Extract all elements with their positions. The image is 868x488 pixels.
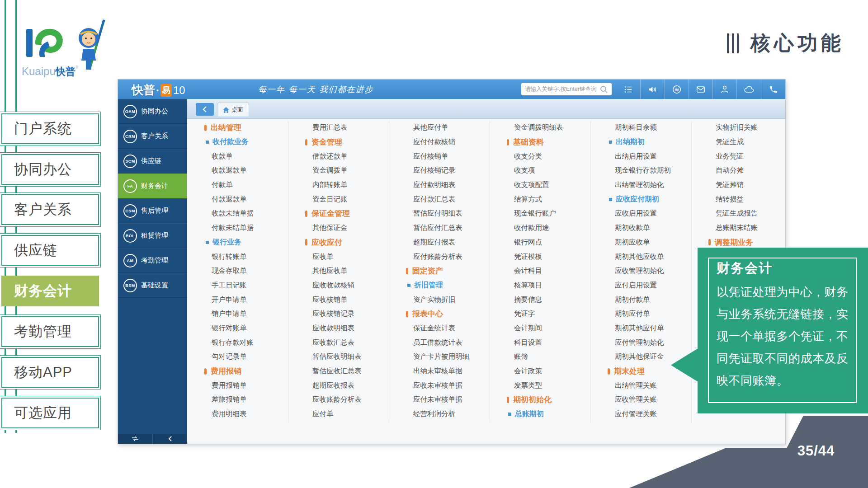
menu-item[interactable]: 其他应收单 xyxy=(292,264,393,278)
menu-item[interactable]: 应收款明细表 xyxy=(292,321,393,336)
menu-item[interactable]: 付款退款单 xyxy=(192,192,292,206)
menu-item[interactable]: 付款单 xyxy=(192,178,292,192)
menu-group-header[interactable]: 费用报销 xyxy=(192,364,292,379)
menu-item[interactable]: 摘要信息 xyxy=(494,292,595,307)
menu-item[interactable]: 凭证模板 xyxy=(494,249,595,264)
menu-item[interactable]: 收款单 xyxy=(192,149,292,164)
app-module-scm[interactable]: SCM供应链 xyxy=(118,149,187,174)
nav-item-4[interactable]: 供应链 xyxy=(1,235,99,266)
menu-item[interactable]: 应收款汇总表 xyxy=(292,335,393,350)
menu-item[interactable]: 应付款明细表 xyxy=(393,178,494,192)
menu-item[interactable]: 业务凭证 xyxy=(696,149,785,164)
menu-item[interactable]: 暂估应付汇总表 xyxy=(393,221,494,235)
menu-item[interactable]: 期初科目余额 xyxy=(595,121,696,135)
nav-item-7[interactable]: 移动APP xyxy=(1,357,99,388)
menu-item[interactable]: 实物折旧关账 xyxy=(696,121,785,135)
menu-item[interactable]: 银行转账单 xyxy=(192,249,292,264)
swap-icon[interactable] xyxy=(118,434,152,444)
menu-item[interactable]: 结转损益 xyxy=(696,192,785,206)
back-button[interactable] xyxy=(196,103,214,116)
menu-item[interactable]: 会计政策 xyxy=(494,364,595,379)
menu-item[interactable]: 收支分类 xyxy=(494,149,595,164)
menu-item[interactable]: 费用汇总表 xyxy=(292,121,393,135)
menu-item[interactable]: 出纳未审核单据 xyxy=(393,364,494,379)
nav-item-5[interactable]: 财务会计 xyxy=(1,276,99,306)
menu-item[interactable]: 应收启用设置 xyxy=(595,206,696,221)
menu-item[interactable]: 银行存款对账 xyxy=(192,335,292,350)
search-input[interactable]: 请输入关键字,按Enter键查询 xyxy=(521,83,612,95)
menu-item[interactable]: 内部转账单 xyxy=(292,178,393,192)
menu-item[interactable]: 应付核销单 xyxy=(393,149,494,164)
menu-item[interactable]: 应付单 xyxy=(292,407,393,422)
menu-item[interactable]: 凭证字 xyxy=(494,307,595,321)
menu-group-header[interactable]: 报表中心 xyxy=(393,307,494,321)
menu-item[interactable]: 超期应付报表 xyxy=(393,235,494,250)
menu-item[interactable]: 开户申请单 xyxy=(192,292,292,307)
menu-item[interactable]: 收支项 xyxy=(494,164,595,178)
app-module-bsm[interactable]: BSM基础设置 xyxy=(118,273,187,298)
menu-item[interactable]: 勾对记录单 xyxy=(192,350,292,364)
menu-item[interactable]: 资金调拨单 xyxy=(292,164,393,178)
menu-item[interactable]: 收付款用途 xyxy=(494,221,595,235)
menu-item[interactable]: 总账期末结账 xyxy=(696,221,785,235)
menu-group-header[interactable]: 期初初始化 xyxy=(494,393,595,407)
menu-item[interactable]: 手工日记账 xyxy=(192,278,292,293)
menu-item[interactable]: 期初其他应付单 xyxy=(595,321,696,336)
tab-desktop[interactable]: 桌面 xyxy=(217,103,249,117)
speaker-icon[interactable] xyxy=(640,80,664,99)
cloud-icon[interactable] xyxy=(736,80,760,99)
menu-item[interactable]: 会计科目 xyxy=(494,264,595,278)
menu-item[interactable]: 应收收款核销 xyxy=(292,278,393,293)
menu-item[interactable]: 费用报销单 xyxy=(192,378,292,393)
phone-icon[interactable] xyxy=(761,80,785,99)
menu-subgroup-header[interactable]: 折旧管理 xyxy=(393,278,494,293)
app-module-bol[interactable]: BOL租赁管理 xyxy=(118,223,187,248)
menu-item[interactable]: 其他保证金 xyxy=(292,221,393,235)
menu-item[interactable]: 员工借款统计表 xyxy=(393,335,494,350)
menu-item[interactable]: 资金调拨明细表 xyxy=(494,121,595,135)
user-icon[interactable] xyxy=(712,80,736,99)
menu-group-header[interactable]: 基础资料 xyxy=(494,135,595,150)
menu-item[interactable]: 差旅报销单 xyxy=(192,393,292,407)
menu-item[interactable]: 应付未审核单据 xyxy=(393,393,494,407)
menu-item[interactable]: 现金银行存款期初 xyxy=(595,164,696,178)
menu-item[interactable]: 结算方式 xyxy=(494,192,595,206)
menu-item[interactable]: 会计期间 xyxy=(494,321,595,336)
menu-item[interactable]: 凭证生成报告 xyxy=(696,206,785,221)
collapse-icon[interactable] xyxy=(152,434,187,444)
menu-item[interactable]: 销户申请单 xyxy=(192,307,292,321)
app-module-csm[interactable]: CSM售后管理 xyxy=(118,198,187,223)
menu-item[interactable]: 费用明细表 xyxy=(192,407,292,422)
menu-item[interactable]: 期初应收单 xyxy=(595,235,696,250)
menu-item[interactable]: 暂估应付明细表 xyxy=(393,206,494,221)
menu-item[interactable]: 科目设置 xyxy=(494,335,595,350)
nav-item-1[interactable]: 门户系统 xyxy=(1,113,99,144)
menu-item[interactable]: 期初应付单 xyxy=(595,307,696,321)
menu-item[interactable]: 银行对账单 xyxy=(192,321,292,336)
menu-item[interactable]: 应收管理关账 xyxy=(595,393,696,407)
list-icon[interactable] xyxy=(617,80,640,99)
menu-item[interactable]: 超期应收报表 xyxy=(292,378,393,393)
menu-item[interactable]: 出纳管理初始化 xyxy=(595,178,696,192)
menu-subgroup-header[interactable]: 总账期初 xyxy=(494,407,595,422)
menu-item[interactable]: 应收单 xyxy=(292,249,393,264)
menu-subgroup-header[interactable]: 出纳期初 xyxy=(595,135,696,150)
menu-subgroup-header[interactable]: 银行业务 xyxy=(192,235,292,250)
menu-item[interactable]: 核算项目 xyxy=(494,278,595,293)
search-icon[interactable] xyxy=(600,85,608,94)
menu-item[interactable]: 应付管理初始化 xyxy=(595,335,696,350)
menu-item[interactable]: 收款退款单 xyxy=(192,164,292,178)
menu-item[interactable]: 出纳启用设置 xyxy=(595,149,696,164)
menu-item[interactable]: 保证金统计表 xyxy=(393,321,494,336)
menu-item[interactable]: 凭证生成 xyxy=(696,135,785,150)
menu-item[interactable]: 其他应付单 xyxy=(393,121,494,135)
menu-item[interactable]: 应付管理关账 xyxy=(595,407,696,422)
menu-subgroup-header[interactable]: 应收应付期初 xyxy=(595,192,696,206)
menu-group-header[interactable]: 应收应付 xyxy=(292,235,393,250)
menu-group-header[interactable]: 固定资产 xyxy=(393,264,494,278)
menu-item[interactable]: 账簿 xyxy=(494,350,595,364)
menu-item[interactable]: 期初收款单 xyxy=(595,221,696,235)
menu-item[interactable]: 暂估应收汇总表 xyxy=(292,364,393,379)
nav-item-8[interactable]: 可选应用 xyxy=(1,398,99,428)
menu-item[interactable]: 银行网点 xyxy=(494,235,595,250)
